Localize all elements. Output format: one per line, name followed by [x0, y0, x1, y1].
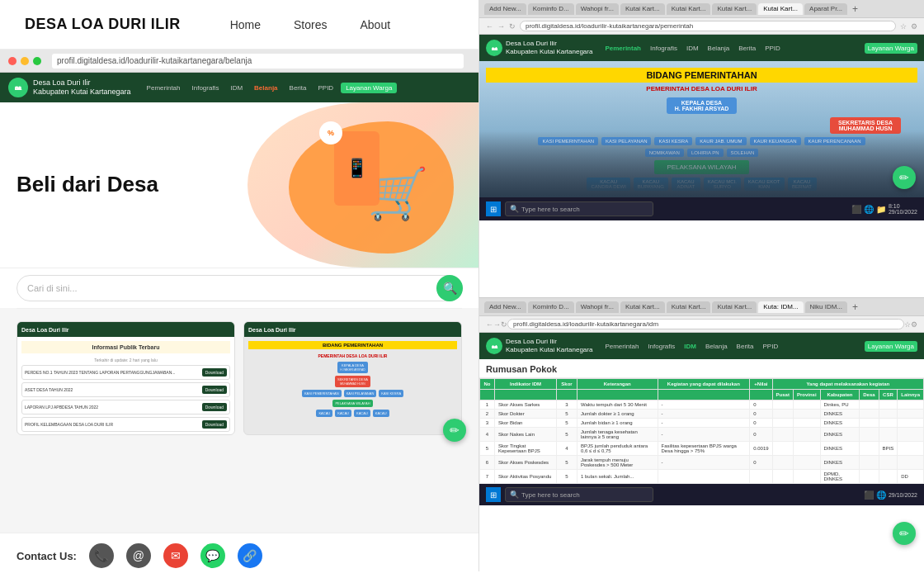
cell-prov-2 — [793, 410, 820, 419]
cell-csr-6 — [879, 456, 898, 470]
addr-b-settings-icon[interactable]: ⚙ — [911, 320, 917, 329]
cell-kab-3: DINKES — [820, 419, 860, 428]
table-row: 3 Skor Bidan 5 Jumlah bidan ≥ 1 orang - … — [480, 419, 924, 428]
contact-phone-icon[interactable]: 📞 — [89, 543, 114, 568]
tab-kutai1[interactable]: Kutai Kart... — [620, 3, 665, 15]
tab-kutai3[interactable]: Kutai Kart... — [712, 3, 757, 15]
taskbar-search-bottom[interactable]: 🔍 Type here to search — [505, 487, 653, 502]
right-b-nav-pemerintah[interactable]: Pemerintah — [601, 341, 642, 352]
tab-b-wahopi[interactable]: Wahopi fr... — [576, 301, 619, 313]
cell-lain-6 — [898, 456, 924, 470]
inner-nav-belanja[interactable]: Belanja — [250, 83, 281, 93]
inner-nav-berita[interactable]: Berita — [285, 83, 311, 93]
cell-prov-1 — [793, 400, 820, 410]
inner-nav-layanan[interactable]: Layanan Warga — [341, 83, 397, 93]
address-field-bottom[interactable]: profil.digitaldesa.id/loadurilir-kutaika… — [507, 319, 904, 329]
addr-b-star-icon[interactable]: ☆ — [904, 320, 911, 329]
nav-about[interactable]: About — [361, 18, 391, 31]
ppid-item-1-btn[interactable]: Download — [202, 368, 227, 377]
right-nav-infografis[interactable]: Infografis — [647, 43, 681, 54]
tab-aparat[interactable]: Aparat Pr... — [804, 3, 847, 15]
right-logo-circle-top: 🏘 — [486, 40, 502, 56]
windows-start-button[interactable]: ⊞ — [486, 201, 501, 216]
browser-close-dot[interactable] — [8, 57, 16, 65]
table-row: 7 Skor Aktivitas Posyandu 5 1 bulan seka… — [480, 470, 924, 484]
right-nav-ppid[interactable]: PPID — [761, 43, 784, 54]
right-browser-top: Add New... Kominfo D... Wahopi fr... Kut… — [478, 0, 924, 297]
cell-keg-1: - — [658, 400, 750, 410]
addr-star-icon[interactable]: ☆ — [900, 22, 907, 31]
tab-b-kutai1[interactable]: Kutai Kart... — [620, 301, 665, 313]
addr-settings-icon[interactable]: ⚙ — [911, 22, 917, 31]
fab-button-right-bottom[interactable]: ✏ — [893, 522, 916, 545]
right-nav-berita[interactable]: Berita — [735, 43, 759, 54]
tab-wahopi[interactable]: Wahopi fr... — [576, 3, 619, 15]
browser-address-left[interactable]: profil.digitaldesa.id/loadurilir-kutaika… — [52, 54, 464, 69]
ppid-item-4-btn[interactable]: Download — [202, 420, 227, 429]
right-nav-belanja[interactable]: Belanja — [705, 43, 733, 54]
tab-kominfo[interactable]: Kominfo D... — [528, 3, 574, 15]
contact-share-icon[interactable]: 🔗 — [238, 543, 262, 568]
tab-b-idm[interactable]: Kuta: IDM... — [758, 301, 803, 313]
right-b-nav-idm[interactable]: IDM — [681, 341, 700, 352]
nav-home[interactable]: Home — [230, 18, 261, 31]
right-b-nav-infografis[interactable]: Infografis — [644, 341, 678, 352]
tab-b-kominfo[interactable]: Kominfo D... — [528, 301, 574, 313]
cell-desa-2 — [860, 410, 879, 419]
contact-whatsapp-icon[interactable]: 💬 — [200, 543, 225, 568]
address-field-top[interactable]: profil.digitaldesa.id/loadurilir-kutaika… — [520, 21, 896, 31]
contact-at-icon[interactable]: @ — [126, 543, 151, 568]
tab-b-kutai2[interactable]: Kutai Kart... — [667, 301, 711, 313]
taskbar-search-top[interactable]: 🔍 Type here to search — [505, 201, 653, 216]
left-panel: DESA LOA DURI ILIR Home Stores About pro… — [0, 0, 478, 578]
ppid-item-2-text: ASET DESA TAHUN 2022 — [25, 387, 202, 392]
fab-button-right-top[interactable]: ✏ — [893, 166, 916, 189]
brand-logo: DESA LOA DURI ILIR — [25, 16, 181, 33]
tab-kutai4[interactable]: Kutai Kart... — [758, 3, 803, 15]
th-sub-kegiatan — [658, 390, 750, 400]
cell-nilai-3: 0 — [750, 419, 772, 428]
inner-nav-pemerintah[interactable]: Pemerintah — [143, 83, 185, 93]
right-nav-pemerintah[interactable]: Pemerintah — [601, 43, 644, 54]
right-inner-nav-top: 🏘 Desa Loa Duri Ilir Kabupaten Kutai Kar… — [479, 35, 924, 61]
inner-nav-ppid[interactable]: PPID — [314, 83, 337, 93]
tab-b-niku[interactable]: Niku IDM... — [805, 301, 848, 313]
nav-stores[interactable]: Stores — [294, 18, 327, 31]
hero-area: % 📱 🛒 Beli dari Desa — [0, 102, 478, 268]
tab-b-kutai3[interactable]: Kutai Kart... — [712, 301, 757, 313]
cell-no-2: 2 — [480, 410, 495, 419]
cell-pusat-4 — [772, 428, 793, 442]
right-nav-idm[interactable]: IDM — [683, 43, 702, 54]
thumb-pem-row-4: PELAKSANA WILAYAH — [248, 400, 457, 407]
right-b-nav-berita[interactable]: Berita — [733, 341, 757, 352]
browser-maximize-dot[interactable] — [33, 57, 41, 65]
cell-lain-5 — [898, 442, 924, 456]
tab-b-add[interactable]: Add New... — [484, 301, 526, 313]
pem-box-w1: KACAU — [316, 410, 332, 417]
inner-nav-idm[interactable]: IDM — [226, 83, 247, 93]
ppid-item-4: PROFIL KELEMBAGAAN DESA LOA DURI ILIR Do… — [21, 417, 230, 432]
search-submit-button[interactable]: 🔍 — [436, 275, 463, 301]
th-keterangan: Keterangan — [578, 379, 658, 390]
right-nav-layanan[interactable]: Layanan Warga — [865, 43, 917, 54]
pem-box-kasi3: KASI KESRA — [379, 390, 403, 397]
ppid-item-3-btn[interactable]: Download — [202, 403, 227, 411]
idm-table-container[interactable]: No Indikator IDM Skor Keterangan Kegiata… — [479, 378, 924, 484]
contact-email-icon[interactable]: ✉ — [163, 543, 188, 568]
browser-minimize-dot[interactable] — [21, 57, 29, 65]
cell-no-7: 7 — [480, 470, 495, 484]
tab-add-new[interactable]: Add New... — [484, 3, 526, 15]
cell-indikator-2: Skor Dokter — [495, 410, 557, 419]
fab-button-left[interactable]: ✏ — [443, 419, 466, 442]
inner-nav-infografis[interactable]: Infografis — [188, 83, 224, 93]
right-b-nav-belanja[interactable]: Belanja — [702, 341, 731, 352]
windows-start-button-2[interactable]: ⊞ — [486, 487, 501, 502]
right-b-nav-layanan[interactable]: Layanan Warga — [865, 341, 917, 352]
tab-new-plus[interactable]: + — [852, 3, 858, 15]
cell-ket-2: Jumlah dokter ≥ 1 orang — [578, 410, 658, 419]
right-b-nav-ppid[interactable]: PPID — [760, 341, 782, 352]
ppid-item-2-btn[interactable]: Download — [202, 386, 227, 394]
tab-kutai2[interactable]: Kutai Kart... — [667, 3, 711, 15]
tab-b-plus[interactable]: + — [852, 301, 858, 313]
cell-desa-4 — [860, 428, 879, 442]
